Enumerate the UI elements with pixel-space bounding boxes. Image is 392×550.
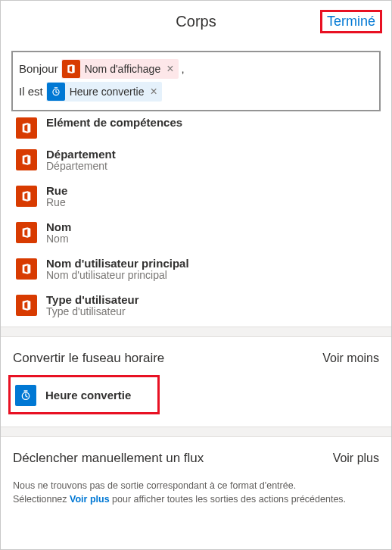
footer-line2c: pour afficher toutes les sorties des act…: [110, 494, 346, 505]
field-title: Type d'utilisateur: [46, 293, 138, 306]
field-subtitle: Nom d'utilisateur principal: [46, 269, 189, 281]
field-subtitle: Type d'utilisateur: [46, 305, 138, 317]
list-item-texts: Elément de compétences: [46, 116, 182, 129]
page-title: Corps: [176, 13, 216, 30]
token-remove-icon[interactable]: ×: [166, 63, 173, 75]
footer-line2a: Sélectionnez: [13, 494, 70, 505]
see-more-link[interactable]: Voir plus: [333, 452, 379, 465]
token-remove-icon[interactable]: ×: [151, 86, 157, 98]
dynamic-content-panel: Corps Terminé Bonjour Nom d'affichage × …: [0, 0, 392, 550]
list-item[interactable]: Nom Nom: [11, 214, 381, 251]
list-item[interactable]: Type d'utilisateur Type d'utilisateur: [11, 287, 381, 323]
office-icon: [16, 222, 37, 243]
office-icon: [16, 258, 37, 280]
field-title: Rue: [46, 184, 67, 197]
section-convert-body: Heure convertie: [1, 375, 391, 423]
footer-note: Nous ne trouvons pas de sortie correspon…: [1, 475, 391, 517]
clock-icon: [47, 83, 65, 101]
token-converted-time[interactable]: Heure convertie ×: [46, 82, 162, 102]
token-label: Heure convertie: [70, 81, 145, 102]
divider: [1, 427, 391, 437]
list-item-texts: Rue Rue: [46, 184, 67, 208]
section-trigger-title: Déclencher manuellement un flux: [13, 451, 204, 466]
office-icon: [16, 295, 37, 316]
line2-prefix: Il est: [19, 81, 43, 102]
list-item-texts: Nom Nom: [46, 220, 71, 245]
converted-time-label: Heure convertie: [45, 389, 131, 402]
token-display-name[interactable]: Nom d'affichage ×: [61, 59, 179, 79]
list-item-texts: Département Département: [46, 148, 116, 172]
office-icon: [16, 186, 37, 207]
body-input[interactable]: Bonjour Nom d'affichage × , Il est Heure…: [11, 51, 381, 111]
see-less-link[interactable]: Voir moins: [322, 352, 379, 365]
office-icon: [62, 60, 80, 78]
converted-time-item[interactable]: Heure convertie: [8, 375, 160, 414]
header: Corps Terminé: [1, 1, 391, 43]
list-item[interactable]: Elément de compétences: [11, 113, 381, 142]
section-convert-title: Convertir le fuseau horaire: [13, 351, 164, 366]
field-title: Nom d'utilisateur principal: [46, 257, 189, 270]
list-item[interactable]: Département Département: [11, 142, 381, 178]
field-list: Elément de compétences Département Dépar…: [11, 113, 381, 323]
list-item[interactable]: Rue Rue: [11, 178, 381, 214]
clock-icon: [15, 385, 36, 406]
office-icon: [16, 149, 37, 170]
list-item[interactable]: Nom d'utilisateur principal Nom d'utilis…: [11, 251, 381, 287]
field-title: Département: [46, 148, 116, 161]
compose-area: Bonjour Nom d'affichage × , Il est Heure…: [1, 43, 391, 323]
footer-see-more-emph[interactable]: Voir plus: [70, 494, 110, 505]
field-subtitle: Nom: [46, 233, 71, 245]
greeting-text: Bonjour: [19, 58, 58, 80]
footer-line2: Sélectionnez Voir plus pour afficher tou…: [13, 493, 379, 507]
field-title: Elément de compétences: [46, 116, 182, 129]
compose-line-1: Bonjour Nom d'affichage × ,: [19, 58, 373, 80]
comma-text: ,: [182, 58, 185, 80]
footer-line1: Nous ne trouvons pas de sortie correspon…: [13, 480, 379, 493]
section-convert-header: Convertir le fuseau horaire Voir moins: [1, 337, 391, 375]
field-subtitle: Département: [46, 160, 116, 172]
section-trigger-header: Déclencher manuellement un flux Voir plu…: [1, 437, 391, 475]
field-title: Nom: [46, 220, 71, 233]
divider: [1, 327, 391, 337]
done-button[interactable]: Terminé: [320, 10, 382, 33]
compose-line-2: Il est Heure convertie ×: [19, 81, 373, 102]
token-label: Nom d'affichage: [85, 58, 160, 80]
list-item-texts: Type d'utilisateur Type d'utilisateur: [46, 293, 138, 317]
office-icon: [16, 117, 37, 139]
field-subtitle: Rue: [46, 196, 67, 208]
list-item-texts: Nom d'utilisateur principal Nom d'utilis…: [46, 257, 189, 281]
